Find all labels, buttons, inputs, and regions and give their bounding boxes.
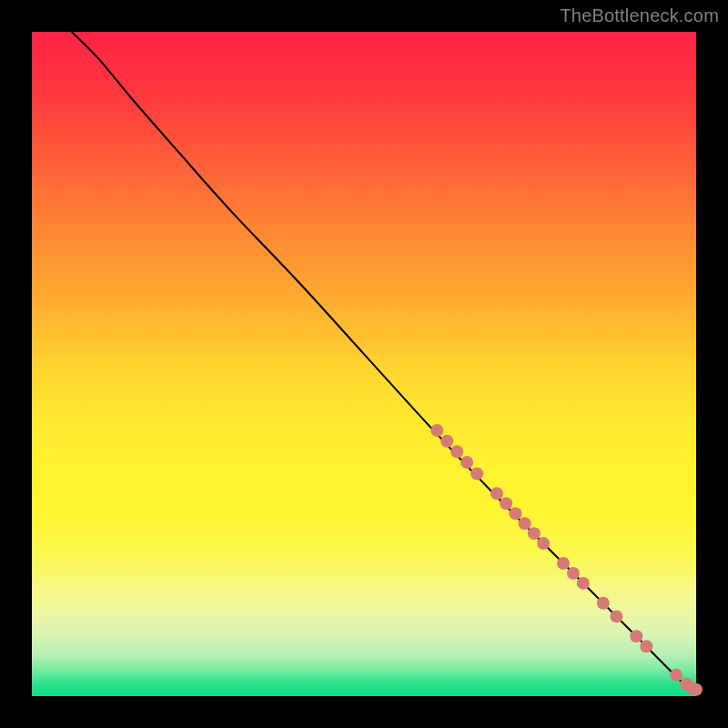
curve-line (72, 32, 696, 693)
data-point (509, 507, 521, 520)
data-point (500, 497, 512, 510)
data-point (519, 517, 531, 530)
data-point (450, 445, 463, 458)
data-point (640, 640, 652, 652)
data-point (690, 683, 703, 696)
data-point (557, 557, 570, 570)
watermark-text: TheBottleneck.com (560, 5, 719, 26)
dots-group (430, 424, 703, 696)
chart-svg (32, 32, 696, 696)
data-point (630, 630, 642, 642)
chart-container: TheBottleneck.com (0, 0, 728, 728)
data-point (440, 435, 453, 448)
data-point (490, 487, 503, 500)
data-point (470, 467, 483, 480)
data-point (567, 567, 580, 580)
data-point (670, 669, 682, 682)
plot-area (32, 32, 696, 696)
data-point (460, 456, 473, 469)
data-point (610, 610, 622, 622)
data-point (597, 597, 610, 610)
data-point (577, 577, 590, 590)
data-point (528, 527, 541, 540)
data-point (537, 537, 550, 550)
data-point (430, 424, 443, 437)
